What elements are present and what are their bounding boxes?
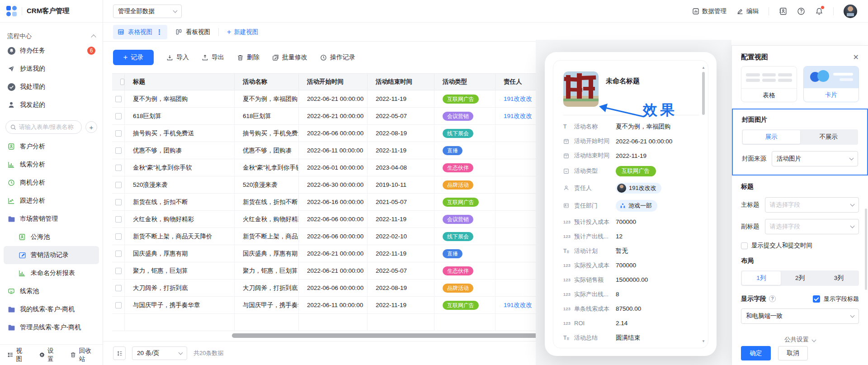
dept-chip[interactable]: 游戏一部 [616,200,657,212]
field-label: 实际投入成本 [574,261,616,270]
user-avatar[interactable] [844,5,857,18]
sidebar-item-marketing-management[interactable]: 市场营销管理 [0,210,103,228]
row-checkbox[interactable] [112,194,125,211]
user-chip[interactable]: 191改改改 [616,183,661,194]
column-header[interactable]: 活动名称 [235,74,299,90]
sidebar-item-handled-by-me[interactable]: 我处理的 [0,78,103,96]
add-form-button[interactable]: + [85,121,97,133]
row-checkbox[interactable] [112,90,125,108]
sidebar-search-input[interactable]: 请输入表单/报表名称 [5,120,82,134]
sidebar-item-lead-pool[interactable]: 线索池 [0,282,103,300]
row-checkbox[interactable] [112,108,125,125]
card-scrollbar[interactable]: ▲ ▼ [701,66,706,344]
cover-show-option[interactable]: 展示 [743,130,800,144]
row-height-button[interactable] [113,346,126,360]
checkbox-checked[interactable] [813,295,820,303]
column-header[interactable]: 活动开始时间 [299,74,368,90]
sidebar-item-marketing-activity-records[interactable]: 营销活动记录 [4,246,99,264]
settings-button[interactable]: 设置 [39,347,59,363]
scrollbar-thumb[interactable] [232,333,545,338]
tab-kanban-view[interactable]: 看板视图 [175,28,210,36]
view-tabs: 表格视图 ⋮ 看板视图 + 新建视图 [103,23,731,42]
export-button[interactable]: 导出 [202,53,224,62]
show-submitter-checkbox-row[interactable]: 显示提交人和提交时间 [741,242,859,250]
tab-menu-icon[interactable]: ⋮ [156,28,163,36]
operation-log-button[interactable]: 操作记录 [320,53,355,62]
sidebar-item-customer-analysis[interactable]: 客户分析 [0,137,103,156]
activity-type-badge: 会议营销 [443,215,473,224]
batch-edit-button[interactable]: 批量修改 [272,53,307,62]
main-title-label: 主标题 [741,201,760,209]
column-header[interactable]: 活动结束时间 [368,74,434,90]
import-button[interactable]: 导入 [166,53,189,62]
preview-card[interactable]: 未命名标题 效果 T活动名称夏不为例，幸福团购7活动开始时间2022-06-21… [553,60,708,348]
data-scope-select[interactable]: 管理全部数据 [113,5,182,18]
user-chip[interactable]: 191改改改 [616,348,661,349]
cell-end-time: 2022-11-19 [368,245,434,262]
select-all-checkbox[interactable] [112,74,125,90]
sidebar-item-unnamed-report[interactable]: 未命名分析报表 [0,264,103,282]
help-icon[interactable]: ? [769,295,776,302]
row-checkbox[interactable] [112,211,125,228]
sidebar-item-initiated-by-me[interactable]: 我发起的 [0,96,103,114]
view-type-card[interactable]: 卡片 [803,66,859,102]
recycle-bin-button[interactable]: 回收站 [70,347,95,363]
tab-table-view[interactable]: 表格视图 ⋮ [113,25,167,39]
scroll-down-icon[interactable]: ▼ [701,339,706,344]
row-checkbox[interactable] [112,142,125,159]
sidebar-item-admin-leads[interactable]: 管理员线索-客户-商机 [0,318,103,337]
sidebar-footer: 视图 设置 回收站 [0,344,103,365]
close-icon[interactable]: ✕ [853,53,859,62]
view-type-table[interactable]: 表格 [741,66,797,102]
row-checkbox[interactable] [112,280,125,297]
row-checkbox[interactable] [112,262,125,280]
row-checkbox[interactable] [112,245,125,262]
activity-type-badge: 互联网广告 [443,95,479,104]
row-checkbox[interactable] [112,297,125,314]
add-record-button[interactable]: + 记录 [113,50,154,65]
checkbox-unchecked[interactable] [741,242,748,249]
sub-title-select[interactable]: 请选择字段 [765,219,859,234]
notifications-button[interactable] [815,7,823,15]
show-field-titles-row[interactable]: 显示字段标题 [813,295,859,303]
main-title-select[interactable]: 请选择字段 [765,197,859,213]
cancel-button[interactable]: 取消 [778,346,808,360]
cover-hide-option[interactable]: 不展示 [800,130,858,144]
confirm-button[interactable]: 确定 [741,346,771,360]
column-header[interactable]: 标题 [125,74,235,90]
column-header[interactable]: 活动类型 [434,74,495,90]
help-button[interactable] [797,7,805,15]
layout-3col-option[interactable]: 3列 [819,271,858,285]
edit-button[interactable]: 编辑 [736,7,759,15]
new-view-button[interactable]: + 新建视图 [227,28,258,36]
sidebar-item-opportunity-analysis[interactable]: 商机分析 [0,174,103,192]
layout-2col-option[interactable]: 2列 [781,271,820,285]
scroll-up-icon[interactable]: ▲ [701,66,706,70]
sidebar-item-cc-me[interactable]: 抄送我的 [0,60,103,78]
sidebar-item-public-pool[interactable]: 公海池 [0,228,103,246]
views-button[interactable]: 视图 [7,347,27,363]
contacts-button[interactable] [779,7,787,15]
display-fields-select[interactable]: 和电脑端一致 [741,308,859,324]
row-checkbox[interactable] [112,125,125,142]
delete-button[interactable]: 删除 [237,53,259,62]
row-checkbox[interactable] [112,176,125,194]
sidebar-item-todo-tasks[interactable]: 待办任务 6 [0,42,103,60]
field-value: 12 [616,233,623,240]
sidebar-section-process[interactable]: 流程中心 [0,31,103,42]
data-manage-button[interactable]: 数据管理 [692,7,726,15]
config-scrollbar-thumb[interactable] [865,209,867,290]
list-icon [7,351,13,358]
scrollbar-thumb[interactable] [702,72,705,115]
row-checkbox[interactable] [112,228,125,245]
cell-start-time: 2022-06-06 00:00:00 [299,228,368,245]
cover-source-select[interactable]: 活动图片 [772,151,858,166]
sidebar-item-lead-analysis[interactable]: 线索分析 [0,156,103,174]
sidebar-item-my-leads[interactable]: 我的线索-客户-商机 [0,300,103,318]
sidebar-item-followup-analysis[interactable]: 跟进分析 [0,192,103,210]
field-label: 实际销售额 [574,276,616,284]
layout-1col-option[interactable]: 1列 [742,271,781,285]
page-size-select[interactable]: 20 条/页 [132,346,187,360]
top-header: 管理全部数据 数据管理 编辑 [103,0,868,23]
row-checkbox[interactable] [112,159,125,176]
